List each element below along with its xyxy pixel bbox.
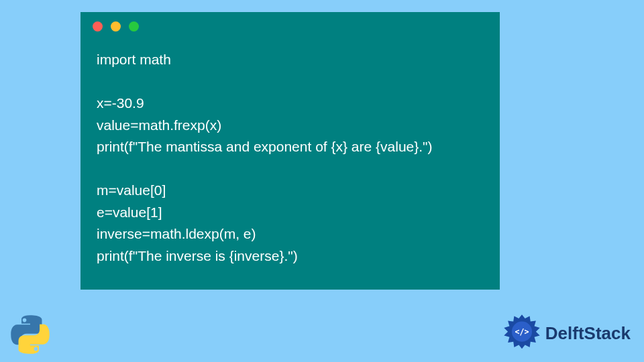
delftstack-branding: </> DelftStack: [502, 314, 631, 353]
delftstack-text: DelftStack: [545, 323, 631, 344]
svg-text:</>: </>: [515, 327, 529, 337]
window-dot-maximize: [129, 21, 139, 32]
window-controls: [80, 12, 500, 37]
window-dot-close: [93, 21, 103, 32]
window-dot-minimize: [111, 21, 121, 32]
code-window: import math x=-30.9 value=math.frexp(x) …: [80, 12, 500, 290]
python-logo-icon: [9, 314, 51, 355]
code-block: import math x=-30.9 value=math.frexp(x) …: [80, 37, 500, 267]
delftstack-badge-icon: </>: [502, 314, 541, 353]
